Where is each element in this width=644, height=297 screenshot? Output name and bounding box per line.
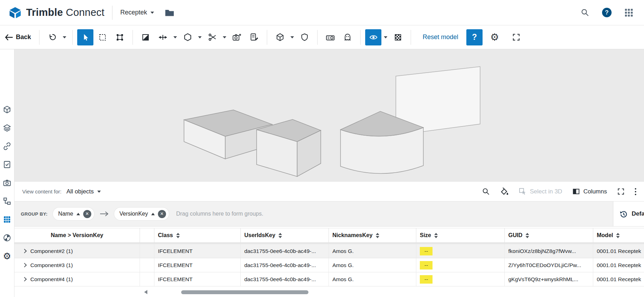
pattern-button[interactable] xyxy=(390,29,406,45)
group-chip-name[interactable]: Name × xyxy=(53,208,94,220)
ghost-mode-button[interactable] xyxy=(339,29,356,45)
horizontal-scrollbar[interactable] xyxy=(144,290,644,295)
search-button[interactable] xyxy=(581,8,589,17)
arrow-right-icon xyxy=(99,211,109,217)
cell-spacer xyxy=(140,258,154,272)
table-row[interactable]: Component#3 (1) IFCELEMENT dac31755-0ee6… xyxy=(14,258,644,272)
sidebar-item-layers[interactable] xyxy=(2,123,12,132)
apps-menu-button[interactable] xyxy=(624,8,633,17)
cell-name[interactable]: Component#4 (1) xyxy=(14,272,140,286)
reset-model-button[interactable]: Reset model xyxy=(423,33,458,41)
sidebar-item-settings[interactable]: ⚙ xyxy=(2,252,12,261)
scroll-left-arrow-icon[interactable] xyxy=(144,290,147,294)
project-folder-button[interactable] xyxy=(165,8,174,17)
sort-icon[interactable] xyxy=(616,233,620,238)
project-selector[interactable]: Receptek xyxy=(120,9,154,16)
sidebar-item-links[interactable] xyxy=(2,142,12,151)
column-header-model[interactable]: Model xyxy=(593,228,644,242)
snapshot-button[interactable] xyxy=(229,29,245,45)
paint-bucket-button[interactable] xyxy=(500,187,509,196)
sort-icon[interactable] xyxy=(526,233,529,238)
toolbar-help-button[interactable]: ? xyxy=(466,29,483,45)
cell-size: -- xyxy=(416,244,505,258)
divider xyxy=(411,30,411,45)
presentation-button[interactable] xyxy=(322,29,338,45)
cell-nicknames: Amos G. xyxy=(329,272,416,286)
table-fullscreen-button[interactable] xyxy=(617,187,625,196)
views-dropdown-caret[interactable] xyxy=(290,36,294,38)
select-in-3d-button[interactable]: Select in 3D xyxy=(519,187,562,196)
sidebar-item-todos[interactable] xyxy=(2,160,12,169)
back-button[interactable]: Back xyxy=(5,33,31,41)
move-dropdown-caret[interactable] xyxy=(173,36,177,38)
sidebar-item-hierarchy[interactable] xyxy=(2,197,12,206)
expand-chevron-icon[interactable] xyxy=(22,277,27,281)
cell-name[interactable]: Component#2 (1) xyxy=(14,244,140,258)
move-tool-button[interactable] xyxy=(155,29,171,45)
sidebar-item-models[interactable] xyxy=(2,105,12,114)
settings-button[interactable]: ⚙ xyxy=(486,29,503,45)
row-name: Component#2 (1) xyxy=(30,248,73,254)
polygon-tool-button[interactable] xyxy=(179,29,196,45)
marquee-select-button[interactable] xyxy=(94,29,111,45)
split-tool-button[interactable] xyxy=(204,29,220,45)
undo-dropdown-caret[interactable] xyxy=(63,36,66,38)
cell-model: 0001.01 Receptek xyxy=(593,244,644,258)
table-search-button[interactable] xyxy=(482,187,490,196)
protect-button[interactable] xyxy=(296,29,313,45)
divider xyxy=(360,30,361,45)
remove-group-name-button[interactable]: × xyxy=(83,210,91,218)
column-header-name[interactable]: Name > VersionKey xyxy=(14,228,140,242)
expand-chevron-icon[interactable] xyxy=(22,249,27,253)
column-header-nicknames[interactable]: NicknamesKey xyxy=(329,228,416,242)
visibility-button[interactable] xyxy=(365,29,381,45)
camera-plus-icon xyxy=(232,33,241,42)
sort-icon[interactable] xyxy=(278,233,282,238)
model-views-button[interactable] xyxy=(272,29,288,45)
help-button[interactable]: ? xyxy=(602,8,612,17)
fullscreen-icon xyxy=(512,33,521,42)
divider xyxy=(112,6,112,20)
polygon-dropdown-caret[interactable] xyxy=(198,36,202,38)
cell-name[interactable]: Component#3 (1) xyxy=(14,258,140,272)
3d-viewport[interactable] xyxy=(14,49,644,182)
visibility-dropdown-caret[interactable] xyxy=(384,36,387,38)
sort-icon[interactable] xyxy=(176,233,180,238)
group-chip-versionkey[interactable]: VersionKey × xyxy=(114,208,169,220)
fullscreen-button[interactable] xyxy=(508,29,524,45)
column-header-userids[interactable]: UserIdsKey xyxy=(241,228,329,242)
column-header-guid[interactable]: GUID xyxy=(505,228,593,242)
split-dropdown-caret[interactable] xyxy=(223,36,226,38)
cube-object[interactable] xyxy=(257,119,321,177)
select-tool-button[interactable] xyxy=(77,29,93,45)
remove-group-versionkey-button[interactable]: × xyxy=(158,210,166,218)
column-label: UserIdsKey xyxy=(244,232,275,239)
table-row[interactable]: Component#4 (1) IFCELEMENT dac31755-0ee6… xyxy=(14,272,644,286)
markup-button[interactable] xyxy=(246,29,262,45)
sort-icon[interactable] xyxy=(376,233,379,238)
trimble-logo-icon xyxy=(8,6,22,19)
undo-button[interactable] xyxy=(44,29,60,45)
sidebar-item-clash[interactable] xyxy=(2,233,12,242)
column-header-class[interactable]: Class xyxy=(154,228,241,242)
transform-select-button[interactable] xyxy=(112,29,128,45)
preset-default-button[interactable]: Default xyxy=(613,202,644,226)
table-row[interactable]: Component#2 (1) IFCELEMENT dac31755-0ee6… xyxy=(14,244,644,258)
scrollbar-thumb[interactable] xyxy=(181,290,308,294)
invert-selection-button[interactable] xyxy=(137,29,154,45)
view-content-selector[interactable]: All objects xyxy=(66,188,100,195)
sidebar-item-snapshots[interactable] xyxy=(2,178,12,187)
cell-spacer xyxy=(140,244,154,258)
sort-icon[interactable] xyxy=(434,233,438,238)
cell-userids: dac31755-0ee6-4c0b-ac49-... xyxy=(241,244,329,258)
columns-icon xyxy=(572,187,580,196)
expand-chevron-icon[interactable] xyxy=(22,263,27,267)
cell-class: IFCELEMENT xyxy=(154,272,241,286)
cell-model: 0001.01 Receptek xyxy=(593,258,644,272)
table-more-button[interactable] xyxy=(635,188,636,195)
sidebar-item-data-table[interactable] xyxy=(2,215,12,224)
columns-button[interactable]: Columns xyxy=(572,187,607,196)
column-header-size[interactable]: Size xyxy=(416,228,505,242)
data-table-icon xyxy=(3,215,11,224)
camera-icon xyxy=(3,179,11,187)
